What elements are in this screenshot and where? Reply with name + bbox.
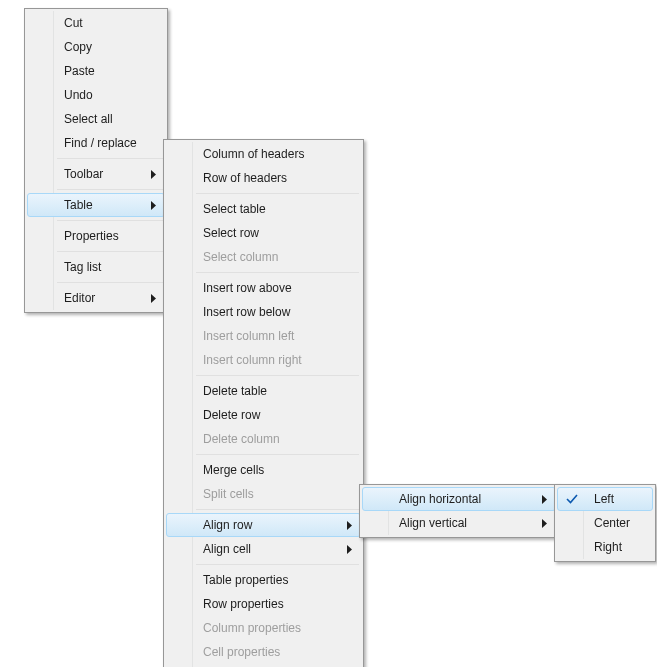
label: Row properties <box>203 597 284 611</box>
label: Select row <box>203 226 259 240</box>
menu-item-cell-properties: Cell properties <box>166 640 361 664</box>
submenu-arrow-icon <box>344 538 354 560</box>
menu-item-column-of-headers[interactable]: Column of headers <box>166 142 361 166</box>
label: Select table <box>203 202 266 216</box>
label: Copy <box>64 40 92 54</box>
menu-item-properties[interactable]: Properties <box>27 224 165 248</box>
menu-item-toolbar[interactable]: Toolbar <box>27 162 165 186</box>
menu-item-row-of-headers[interactable]: Row of headers <box>166 166 361 190</box>
label: Table properties <box>203 573 288 587</box>
menu-item-table[interactable]: Table <box>27 193 165 217</box>
separator <box>196 509 359 510</box>
menu-item-copy[interactable]: Copy <box>27 35 165 59</box>
separator <box>196 454 359 455</box>
label: Column of headers <box>203 147 304 161</box>
submenu-arrow-icon <box>148 163 158 185</box>
menu-item-align-left[interactable]: Left <box>557 487 653 511</box>
separator <box>57 158 163 159</box>
submenu-arrow-icon <box>344 514 354 536</box>
separator <box>57 220 163 221</box>
menu-item-delete-table[interactable]: Delete table <box>166 379 361 403</box>
menu-item-column-properties: Column properties <box>166 616 361 640</box>
menu-item-cut[interactable]: Cut <box>27 11 165 35</box>
submenu-arrow-icon <box>539 512 549 534</box>
menu-item-align-right[interactable]: Right <box>557 535 653 559</box>
label: Select column <box>203 250 278 264</box>
menu-item-table-properties[interactable]: Table properties <box>166 568 361 592</box>
label: Left <box>594 492 614 506</box>
menu-item-align-horizontal[interactable]: Align horizontal <box>362 487 556 511</box>
submenu-arrow-icon <box>148 194 158 216</box>
menu-item-insert-column-right: Insert column right <box>166 348 361 372</box>
label: Table <box>64 198 93 212</box>
menu-item-select-all[interactable]: Select all <box>27 107 165 131</box>
label: Insert row below <box>203 305 290 319</box>
separator <box>196 272 359 273</box>
label: Align horizontal <box>399 492 481 506</box>
label: Delete table <box>203 384 267 398</box>
menu-item-insert-column-left: Insert column left <box>166 324 361 348</box>
submenu-align-row: Align horizontal Align vertical <box>359 484 559 538</box>
menu-item-tag-list[interactable]: Tag list <box>27 255 165 279</box>
label: Tag list <box>64 260 101 274</box>
separator <box>196 193 359 194</box>
label: Align row <box>203 518 252 532</box>
menu-item-select-column: Select column <box>166 245 361 269</box>
menu-item-select-row[interactable]: Select row <box>166 221 361 245</box>
submenu-align-horizontal: Left Center Right <box>554 484 656 562</box>
menu-item-align-center[interactable]: Center <box>557 511 653 535</box>
menu-item-delete-column: Delete column <box>166 427 361 451</box>
label: Delete column <box>203 432 280 446</box>
menu-item-row-properties[interactable]: Row properties <box>166 592 361 616</box>
menu-item-align-row[interactable]: Align row <box>166 513 361 537</box>
label: Align cell <box>203 542 251 556</box>
context-menu-1: Cut Copy Paste Undo Select all Find / re… <box>24 8 168 313</box>
checkmark-icon <box>562 488 582 510</box>
label: Right <box>594 540 622 554</box>
menu-item-insert-row-above[interactable]: Insert row above <box>166 276 361 300</box>
menu-item-undo[interactable]: Undo <box>27 83 165 107</box>
label: Properties <box>64 229 119 243</box>
submenu-arrow-icon <box>148 287 158 309</box>
separator <box>57 251 163 252</box>
menu-item-delete-row[interactable]: Delete row <box>166 403 361 427</box>
label: Row of headers <box>203 171 287 185</box>
separator <box>57 189 163 190</box>
separator <box>57 282 163 283</box>
label: Insert column right <box>203 353 302 367</box>
submenu-table: Column of headers Row of headers Select … <box>163 139 364 667</box>
menu-item-find-replace[interactable]: Find / replace <box>27 131 165 155</box>
label: Toolbar <box>64 167 103 181</box>
label: Insert row above <box>203 281 292 295</box>
label: Cut <box>64 16 83 30</box>
menu-item-split-cells: Split cells <box>166 482 361 506</box>
label: Select all <box>64 112 113 126</box>
label: Cell properties <box>203 645 280 659</box>
label: Insert column left <box>203 329 294 343</box>
label: Column properties <box>203 621 301 635</box>
label: Align vertical <box>399 516 467 530</box>
menu-item-select-table[interactable]: Select table <box>166 197 361 221</box>
label: Merge cells <box>203 463 264 477</box>
menu-item-insert-row-below[interactable]: Insert row below <box>166 300 361 324</box>
label: Undo <box>64 88 93 102</box>
menu-item-editor[interactable]: Editor <box>27 286 165 310</box>
menu-item-merge-cells[interactable]: Merge cells <box>166 458 361 482</box>
label: Split cells <box>203 487 254 501</box>
submenu-arrow-icon <box>539 488 549 510</box>
menu-item-align-cell[interactable]: Align cell <box>166 537 361 561</box>
menu-item-align-vertical[interactable]: Align vertical <box>362 511 556 535</box>
separator <box>196 375 359 376</box>
label: Paste <box>64 64 95 78</box>
label: Delete row <box>203 408 260 422</box>
label: Center <box>594 516 630 530</box>
label: Editor <box>64 291 95 305</box>
menu-item-paste[interactable]: Paste <box>27 59 165 83</box>
label: Find / replace <box>64 136 137 150</box>
separator <box>196 564 359 565</box>
